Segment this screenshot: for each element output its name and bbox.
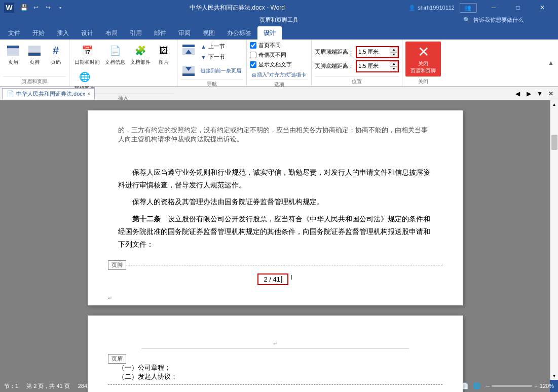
file-name: 中华人民共和国证券法.docx [190, 4, 265, 11]
restore-button[interactable]: □ [506, 0, 530, 15]
odd-even-diff-input[interactable] [250, 52, 256, 58]
group-label-close: 关闭 [405, 76, 441, 85]
para-2: 保荐人的资格及其管理办法由国务院证券监督管理机构规定。 [118, 195, 432, 208]
docparts-icon: 🧩 [132, 43, 148, 59]
tab-insert[interactable]: 插入 [51, 26, 75, 40]
ribbon-expand-icon: ▲ [548, 59, 554, 66]
page-1-footer-area: 页脚 2 / 41 I ↵ [108, 265, 442, 305]
doc-nav-left[interactable]: ◀ [512, 89, 523, 99]
page-number-icon: # [48, 43, 64, 59]
page-1-top-text: 的，三方有约定的按照约定，没有约定或约定不明的，应当由相关各方协商确定；协商不能… [88, 110, 463, 144]
header-top-distance-input[interactable] [357, 47, 390, 57]
footer-bottom-spin-up[interactable]: ▲ [390, 61, 398, 66]
page-number-box[interactable]: 2 / 41 [257, 273, 288, 285]
zoom-slider[interactable] [492, 385, 532, 387]
share-button[interactable]: 👥 [460, 3, 477, 13]
vertical-scrollbar[interactable]: ▲ ▼ [550, 100, 558, 380]
picture-button[interactable]: 🖼 图片 [154, 42, 174, 67]
group-label-navigation: 导航 [180, 79, 243, 88]
ribbon-group-header-footer: 页眉 页脚 # 页码 页眉和页脚 [0, 40, 69, 86]
doc-tab-expand[interactable]: ▼ [535, 89, 545, 99]
docparts-label: 文档部件 [130, 59, 151, 66]
doc-close-all[interactable]: ✕ [546, 89, 556, 99]
doc-tab-main[interactable]: 📄 中华人民共和国证券法.docx × [2, 88, 95, 99]
footer-bottom-spin-down[interactable]: ▼ [390, 66, 398, 71]
header-button[interactable]: 页眉 [3, 42, 23, 76]
svg-rect-10 [182, 73, 195, 76]
doc-tab-close-btn[interactable]: × [87, 91, 90, 97]
user-icon: 👤 [408, 5, 416, 11]
document-page-1: 的，三方有约定的按照约定，没有约定或约定不明的，应当由相关各方协商确定；协商不能… [88, 110, 463, 305]
show-doc-text-input[interactable] [250, 61, 256, 68]
link-to-prev-button[interactable]: 链接到前一条页眉 [199, 66, 243, 75]
online-picture-icon: 🌐 [77, 69, 93, 85]
scroll-down-button[interactable]: ▼ [550, 372, 559, 380]
close-header-footer-button[interactable]: ✕ 关闭 页眉和页脚 [405, 42, 441, 76]
title-bar-left: W 💾 ↩ ↪ ▾ [4, 2, 66, 13]
zoom-out-button[interactable]: ─ [486, 383, 490, 389]
tab-design2[interactable]: 设计 [257, 26, 282, 40]
next-section-label: 下一节 [208, 53, 225, 61]
page-number-button[interactable]: # 页码 [46, 42, 66, 76]
footer-bottom-distance-input[interactable] [357, 61, 390, 71]
doc-icon: 📄 [7, 90, 14, 97]
datetime-label: 日期和时间 [75, 59, 100, 66]
footer-button[interactable]: 页脚 [24, 42, 45, 76]
prev-section-button[interactable]: ▲ 上一节 [199, 42, 227, 51]
first-page-diff-input[interactable] [250, 42, 256, 49]
tab-view[interactable]: 视图 [197, 26, 221, 40]
search-placeholder[interactable]: 告诉我你想要做什么 [473, 16, 524, 24]
scroll-track[interactable] [550, 108, 559, 372]
scroll-up-button[interactable]: ▲ [550, 100, 559, 108]
header-label: 页眉 [8, 59, 18, 66]
tab-reference[interactable]: 引用 [124, 26, 148, 40]
ribbon-expand-btn[interactable]: ▲ [548, 40, 558, 86]
first-page-diff-label: 首页不同 [258, 42, 281, 49]
close-button[interactable]: ✕ [531, 0, 554, 15]
next-section-button[interactable]: ▼ 下一节 [199, 52, 227, 62]
text-cursor [281, 276, 282, 283]
docparts-button[interactable]: 🧩 文档部件 [128, 42, 153, 67]
title-bar-right: 👤 shirh19910112 👥 ─ □ ✕ [408, 0, 554, 15]
customize-btn[interactable]: ▾ [55, 2, 66, 13]
odd-even-diff-checkbox[interactable]: 奇偶页不同 [250, 51, 308, 59]
datetime-icon: 📅 [79, 43, 95, 59]
document-main-area[interactable]: 的，三方有约定的按照约定，没有约定或约定不明的，应当由相关各方协商确定；协商不能… [0, 100, 550, 392]
header-top-distance-label: 页眉顶端距离： [315, 48, 354, 56]
header-content-area: （一）公司章程； （二）发起人协议； [108, 354, 442, 385]
user-name: shirh19910112 [418, 5, 455, 11]
page-1-content: 保荐人应当遵守业务规则和行业规范，诚实守信，勤勉尽责，对发行人的申请文件和信息披… [88, 146, 463, 265]
tab-review[interactable]: 审阅 [172, 26, 197, 40]
doc-tab-label: 中华人民共和国证券法.docx [16, 90, 85, 98]
header-top-spin-up[interactable]: ▲ [390, 47, 398, 52]
tab-start[interactable]: 开始 [26, 26, 51, 40]
ribbon-group-header-footer-content: 页眉 页脚 # 页码 [3, 42, 66, 76]
share-icon: 👥 [464, 5, 471, 11]
show-doc-text-checkbox[interactable]: 显示文档文字 [250, 61, 308, 68]
document-area-wrapper: 的，三方有约定的按照约定，没有约定或约定不明的，应当由相关各方协商确定；协商不能… [0, 100, 558, 380]
redo-btn[interactable]: ↪ [43, 2, 54, 13]
tab-mail[interactable]: 邮件 [148, 26, 172, 40]
tab-design1[interactable]: 设计 [75, 26, 99, 40]
ribbon-group-close-content: ✕ 关闭 页眉和页脚 [405, 42, 441, 76]
tab-layout[interactable]: 布局 [99, 26, 124, 40]
minimize-button[interactable]: ─ [482, 0, 505, 15]
web-view-button[interactable]: 🌐 [471, 382, 482, 389]
footer-newline-marker: ↵ [108, 295, 112, 301]
nav-top-row: ▲ 上一节 ▼ 下一节 [180, 42, 243, 62]
undo-btn[interactable]: ↩ [30, 2, 42, 13]
first-page-diff-checkbox[interactable]: 首页不同 [250, 42, 308, 49]
insert-align-tab-button[interactable]: ⊞ 插入"对齐方式"选项卡 [250, 70, 308, 80]
cursor-icon: I [290, 273, 292, 285]
save-btn[interactable]: 💾 [18, 2, 29, 13]
datetime-button[interactable]: 📅 日期和时间 [72, 42, 102, 67]
tab-office[interactable]: 办公标签 [221, 26, 257, 40]
footer-dashed-line: 页脚 2 / 41 I [108, 265, 442, 290]
search-area: 🔍 告诉我你想要做什么 [459, 15, 528, 25]
doc-nav-right[interactable]: ▶ [524, 89, 534, 99]
zoom-in-button[interactable]: + [534, 383, 537, 389]
scroll-thumb[interactable] [551, 135, 557, 150]
header-top-spin-down[interactable]: ▼ [390, 52, 398, 57]
tab-file[interactable]: 文件 [2, 26, 26, 40]
docinfo-button[interactable]: 📄 文档信息 [103, 42, 127, 67]
